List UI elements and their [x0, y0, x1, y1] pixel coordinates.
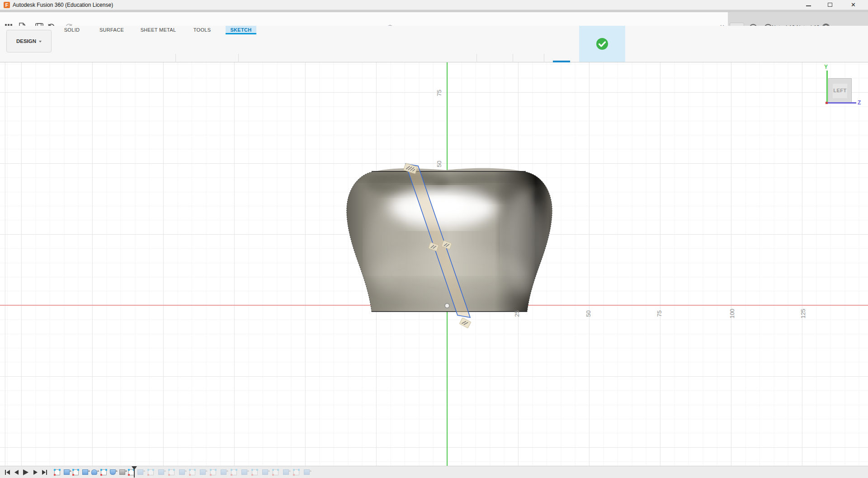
- viewcube-y-axis: [826, 71, 828, 103]
- design-workspace-dropdown[interactable]: DESIGN: [6, 30, 52, 52]
- timeline-feature-extrude[interactable]: [200, 469, 208, 476]
- timeline-feature-sketch[interactable]: [73, 469, 80, 476]
- title-bar: F Autodesk Fusion 360 (Education License…: [0, 0, 868, 10]
- timeline-step-back-button[interactable]: [13, 469, 20, 476]
- timeline-bar: ⚙: [0, 466, 868, 478]
- y-axis-ruler-label: 50: [436, 161, 443, 167]
- timeline-feature-sketch[interactable]: [293, 469, 301, 476]
- viewcube-y-label: Y: [824, 64, 828, 70]
- timeline-feature-sketch[interactable]: [252, 469, 259, 476]
- timeline-go-to-end-button[interactable]: [41, 469, 48, 476]
- model-view: [0, 62, 868, 466]
- tab-tools[interactable]: TOOLS: [192, 26, 212, 34]
- origin-point[interactable]: [445, 303, 449, 308]
- timeline-feature-extrude[interactable]: [82, 469, 90, 476]
- timeline-feature-sketch[interactable]: [169, 469, 176, 476]
- timeline-feature-sketch[interactable]: [273, 469, 280, 476]
- finish-sketch-button[interactable]: [579, 26, 625, 62]
- view-cube[interactable]: LEFT Y Z: [823, 65, 866, 108]
- x-axis-ruler-label: 75: [656, 310, 663, 317]
- model-rim: [375, 168, 522, 171]
- x-axis-ruler-label: 125: [800, 309, 807, 319]
- viewcube-z-axis: [826, 102, 856, 104]
- timeline-feature-extrude[interactable]: [158, 469, 166, 476]
- timeline-feature-sketch[interactable]: [101, 469, 108, 476]
- maximize-button[interactable]: [823, 0, 838, 10]
- timeline-feature-extrude[interactable]: [221, 469, 228, 476]
- x-axis-ruler-label: 50: [585, 310, 592, 317]
- tab-sketch[interactable]: SKETCH: [226, 26, 256, 34]
- timeline-feature-sketch[interactable]: [54, 469, 62, 476]
- toolbar: DESIGN SOLID SURFACE SHEET METAL TOOLS S…: [0, 26, 868, 62]
- timeline-feature-extrude[interactable]: [241, 469, 249, 476]
- timeline-feature-sketch[interactable]: [210, 469, 218, 476]
- timeline-feature-extrude[interactable]: [304, 469, 311, 476]
- tab-bar: Candle Holder v8* ✕ + Natecb13 Natecb13 …: [0, 10, 868, 26]
- timeline-feature-revolve[interactable]: [91, 469, 99, 476]
- viewcube-face-label[interactable]: LEFT: [829, 88, 851, 93]
- minimize-button[interactable]: [801, 0, 816, 10]
- viewcube-origin-dot: [826, 102, 828, 104]
- timeline-feature-extrude[interactable]: [64, 469, 71, 476]
- timeline-feature-extrude[interactable]: [262, 469, 270, 476]
- timeline-feature-form[interactable]: [119, 469, 127, 476]
- timeline-feature-extrude[interactable]: [137, 469, 145, 476]
- x-axis-ruler-label: 100: [729, 309, 736, 319]
- timeline-step-forward-button[interactable]: [32, 469, 39, 476]
- timeline-go-to-start-button[interactable]: [4, 469, 11, 476]
- timeline-feature-sketch[interactable]: [148, 469, 156, 476]
- viewport-canvas[interactable]: 2550751001257550 LEFT Y Z: [0, 62, 868, 466]
- timeline-position-marker[interactable]: [132, 466, 137, 478]
- y-axis-ruler-label: 75: [436, 90, 443, 96]
- timeline-feature-extrude[interactable]: [179, 469, 187, 476]
- tab-solid[interactable]: SOLID: [61, 26, 83, 34]
- timeline-feature-sketch[interactable]: [231, 469, 239, 476]
- timeline-feature-sketch[interactable]: [189, 469, 197, 476]
- timeline-feature-extrude[interactable]: [283, 469, 291, 476]
- tab-sheet-metal[interactable]: SHEET METAL: [139, 26, 177, 34]
- window-title: Autodesk Fusion 360 (Education License): [13, 2, 113, 8]
- close-button[interactable]: ✕: [846, 0, 862, 10]
- tab-surface[interactable]: SURFACE: [99, 26, 125, 34]
- finish-check-icon: [596, 38, 609, 50]
- viewcube-z-label: Z: [858, 99, 861, 106]
- timeline-feature-loft[interactable]: [110, 469, 118, 476]
- viewcube-left-face[interactable]: LEFT: [828, 78, 852, 103]
- x-axis-ruler-label: 25: [514, 310, 520, 317]
- timeline-play-button[interactable]: [22, 469, 29, 476]
- fusion-logo-icon: F: [4, 2, 10, 8]
